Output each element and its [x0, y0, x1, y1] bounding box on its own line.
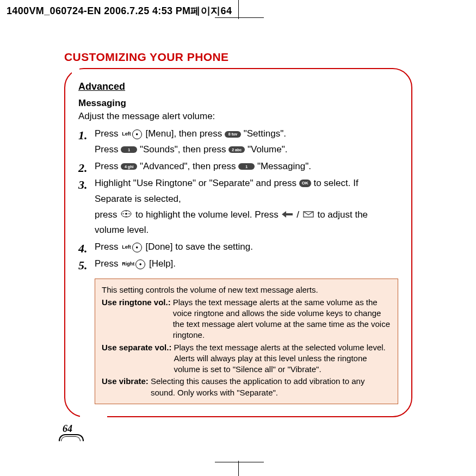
step-1: Press Left● [Menu], then press 8 tuv "Se… — [95, 126, 398, 158]
info-label: Use vibrate: — [102, 376, 149, 398]
step-5: Press Right● [Help]. — [95, 256, 398, 272]
key-4-icon: 4 ghi — [121, 163, 137, 170]
crop-mark-icon — [215, 462, 264, 462]
key-8-icon: 8 tuv — [225, 131, 241, 138]
left-soft-key-icon: Left● — [122, 126, 142, 142]
step-text: to highlight the volume level. Press — [135, 209, 279, 220]
left-arrow-icon — [282, 207, 293, 223]
info-box: This setting controls the volume of new … — [95, 279, 398, 404]
step-3: Highlight "Use Ringtone" or "Separate" a… — [95, 176, 398, 239]
step-text: "Settings". — [244, 128, 286, 139]
right-soft-key-icon: Right● — [122, 256, 145, 272]
crop-mark-icon — [238, 0, 239, 19]
info-row: Use vibrate: Selecting this causes the a… — [102, 376, 391, 398]
info-row: Use separate vol.: Plays the text messag… — [102, 342, 391, 375]
page-number: 64 — [59, 429, 83, 441]
info-row: Use ringtone vol.: Plays the text messag… — [102, 297, 391, 341]
step-text: Press — [95, 128, 118, 139]
info-label: Use ringtone vol.: — [102, 297, 171, 341]
info-value: Selecting this causes the application to… — [151, 376, 391, 398]
ok-key-icon: OK — [299, 180, 311, 187]
subsection-heading: Messaging — [78, 98, 398, 109]
step-text: "Volume". — [248, 144, 288, 154]
key-1-icon: 1 — [121, 146, 137, 153]
step-text: Press — [95, 161, 118, 171]
left-soft-key-icon: Left● — [122, 239, 142, 255]
step-text: [Menu], then press — [145, 128, 222, 139]
step-text: / — [296, 209, 299, 220]
step-text: Highlight "Use Ringtone" or "Separate" a… — [95, 178, 296, 188]
info-value: Plays the text message alerts at the sam… — [173, 297, 391, 341]
key-2-icon: 2 abc — [228, 146, 245, 153]
step-4: Press Left● [Done] to save the setting. — [95, 239, 398, 255]
info-label: Use separate vol.: — [102, 342, 171, 375]
step-text: "Sounds", then press — [140, 144, 226, 154]
step-text: Press — [95, 144, 118, 154]
key-1-icon: 1 — [238, 163, 255, 170]
intro-text: Adjust the message alert volume: — [78, 111, 398, 122]
step-2: Press 4 ghi "Advanced", then press 1 "Me… — [95, 159, 398, 175]
info-value: Plays the text message alerts at the sel… — [174, 342, 391, 375]
content-panel: Advanced Messaging Adjust the message al… — [64, 68, 412, 417]
step-text: Press — [95, 258, 118, 269]
step-text: press — [95, 209, 118, 220]
nav-key-icon — [121, 207, 132, 223]
step-text: "Advanced", then press — [140, 161, 236, 171]
step-text: [Done] to save the setting. — [145, 242, 253, 252]
step-text: Press — [95, 242, 118, 252]
envelope-icon — [303, 207, 314, 223]
crop-mark-icon — [215, 17, 264, 18]
info-intro: This setting controls the volume of new … — [102, 285, 391, 295]
steps-list: Press Left● [Menu], then press 8 tuv "Se… — [78, 126, 398, 272]
step-text: "Messaging". — [257, 161, 311, 171]
step-text: [Help]. — [149, 258, 176, 269]
page-content: CUSTOMIZING YOUR PHONE Advanced Messagin… — [64, 51, 412, 417]
crop-mark-icon — [238, 461, 239, 476]
file-header: 1400VM_060724-EN 2006.7.25 4:53 PM페이지64 — [7, 4, 232, 17]
section-heading: Advanced — [78, 81, 398, 92]
page-title: CUSTOMIZING YOUR PHONE — [64, 51, 412, 64]
svg-point-1 — [125, 213, 127, 214]
